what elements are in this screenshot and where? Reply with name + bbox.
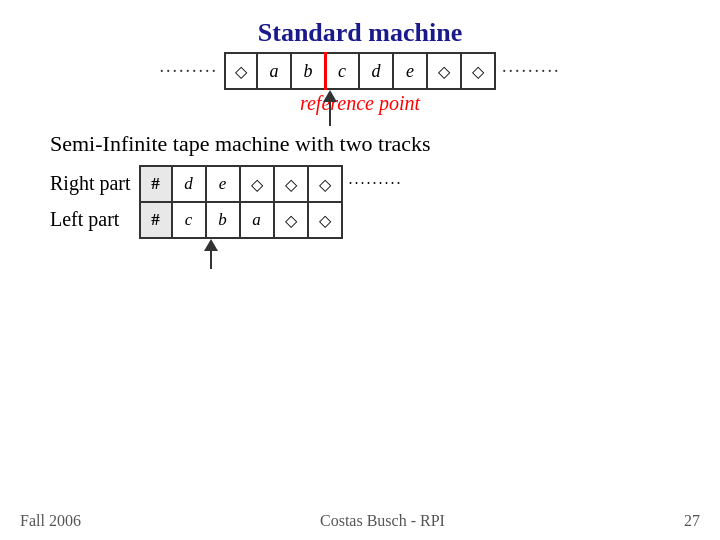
tape-cell-4: d	[360, 54, 394, 88]
reference-point-label: reference point	[20, 92, 700, 115]
footer-center: Costas Busch - RPI	[320, 512, 445, 530]
lower-arrow-area	[50, 239, 700, 275]
left-part-label: Left part	[50, 201, 131, 237]
right-part-label: Right part	[50, 165, 131, 201]
tape-cell-1: a	[258, 54, 292, 88]
arrow-head	[323, 90, 337, 102]
track-labels: Right part Left part	[50, 165, 131, 237]
arrow-shaft	[329, 102, 331, 126]
lower-reference-arrow	[204, 239, 218, 269]
left-track-row: # c b a ◇ ◇	[139, 202, 403, 239]
lower-arrow-head	[204, 239, 218, 251]
standard-tape: ◇ a b c d e ◇	[224, 52, 496, 90]
track-cell-a: a	[241, 203, 275, 237]
track-cell-dia5: ◇	[309, 203, 343, 237]
semi-infinite-title: Semi-Infinite tape machine with two trac…	[50, 131, 700, 157]
main-page: Standard machine ········· ◇ a b c d	[0, 0, 720, 540]
lower-arrow-shaft	[210, 251, 212, 269]
tape-cell-6: ◇	[428, 54, 462, 88]
track-cell-d: d	[173, 167, 207, 201]
tape-cell-5: e	[394, 54, 428, 88]
track-cell-e: e	[207, 167, 241, 201]
right-track-row: # d e ◇ ◇ ◇ ·········	[139, 165, 403, 202]
reference-bar	[324, 52, 327, 90]
footer: Fall 2006 Costas Busch - RPI 27	[0, 512, 720, 530]
reference-arrow	[323, 90, 337, 126]
right-track-dots: ·········	[349, 175, 403, 193]
left-dots: ·········	[160, 61, 219, 82]
track-cell-dia2: ◇	[275, 167, 309, 201]
standard-tape-section: ········· ◇ a b c d	[20, 52, 700, 90]
two-track-tape: # d e ◇ ◇ ◇ ········· # c b a ◇ ◇	[139, 165, 403, 239]
tape-cell-3-ref: c	[326, 54, 360, 88]
track-cell-dia4: ◇	[275, 203, 309, 237]
track-cell-b: b	[207, 203, 241, 237]
tape-cell-0: ◇	[224, 54, 258, 88]
left-track: # c b a ◇ ◇	[139, 202, 343, 239]
track-cell-hash-l: #	[139, 203, 173, 237]
right-track: # d e ◇ ◇ ◇	[139, 165, 343, 202]
footer-left: Fall 2006	[20, 512, 81, 530]
track-cell-dia1: ◇	[241, 167, 275, 201]
track-cell-dia3: ◇	[309, 167, 343, 201]
page-title: Standard machine	[20, 18, 700, 48]
track-cell-c: c	[173, 203, 207, 237]
footer-right: 27	[684, 512, 700, 530]
tape-cell-7: ◇	[462, 54, 496, 88]
right-dots: ·········	[502, 61, 561, 82]
track-cell-hash-r: #	[139, 167, 173, 201]
tape-cell-2: b	[292, 54, 326, 88]
